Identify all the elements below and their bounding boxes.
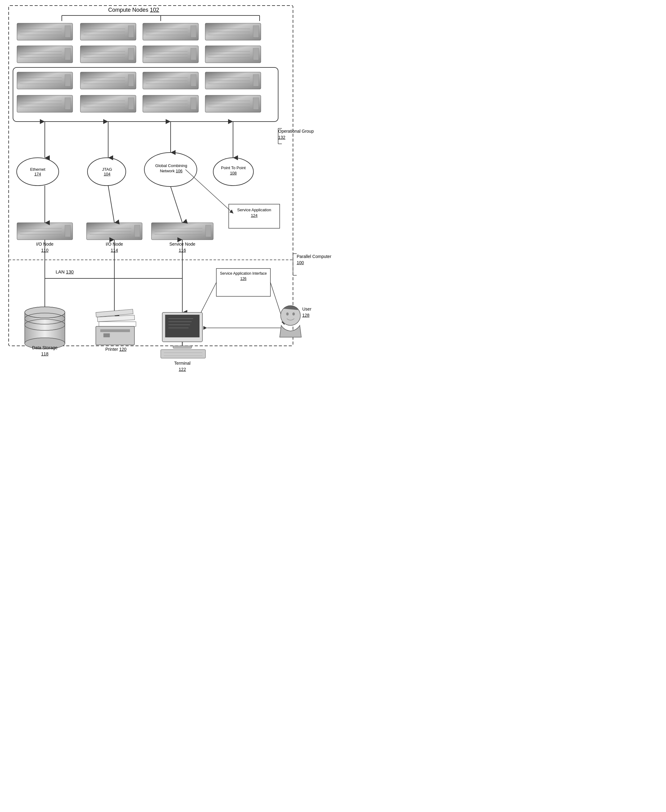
printer-label: Printer 120 [97, 346, 134, 353]
svg-rect-61 [205, 72, 261, 89]
service-node-label: Service Node116 [155, 241, 210, 253]
svg-rect-71 [80, 95, 136, 112]
svg-rect-66 [17, 95, 73, 112]
svg-rect-31 [80, 46, 136, 63]
svg-line-125 [270, 283, 284, 325]
svg-rect-17 [191, 26, 196, 37]
svg-rect-21 [205, 23, 261, 40]
svg-rect-16 [143, 23, 198, 40]
svg-rect-135 [99, 322, 136, 326]
svg-line-112 [171, 187, 182, 223]
operational-group-label: Operational Group132 [278, 128, 314, 141]
svg-point-152 [292, 313, 295, 316]
svg-rect-52 [128, 74, 134, 86]
svg-rect-0 [9, 6, 293, 346]
svg-rect-99 [87, 223, 142, 240]
svg-rect-42 [253, 48, 259, 60]
svg-point-131 [25, 319, 65, 331]
svg-point-151 [286, 313, 288, 316]
svg-rect-11 [80, 23, 136, 40]
svg-line-111 [108, 185, 114, 223]
svg-rect-72 [128, 98, 134, 109]
svg-rect-7 [65, 26, 71, 37]
svg-rect-46 [17, 72, 73, 89]
svg-rect-67 [65, 98, 71, 109]
svg-rect-94 [17, 223, 73, 240]
service-app-label: Service Application124 [232, 207, 277, 218]
svg-rect-100 [134, 225, 140, 237]
compute-nodes-label: Compute Nodes 102 [108, 7, 159, 13]
svg-rect-32 [128, 48, 134, 60]
svg-rect-105 [206, 225, 211, 237]
svg-point-150 [280, 306, 300, 326]
svg-rect-26 [17, 46, 73, 63]
user-label: User128 [302, 306, 312, 318]
svg-rect-56 [143, 72, 198, 89]
svg-rect-77 [191, 98, 196, 109]
svg-rect-82 [253, 98, 259, 109]
svg-rect-138 [104, 334, 110, 337]
svg-point-130 [25, 313, 65, 324]
svg-rect-76 [143, 95, 198, 112]
terminal-label: Terminal122 [164, 361, 201, 372]
svg-rect-95 [65, 225, 71, 237]
svg-rect-127 [25, 313, 65, 343]
svg-line-124 [198, 283, 216, 319]
ethernet-label: Ethernet174 [25, 167, 50, 176]
svg-rect-41 [205, 46, 261, 63]
svg-rect-5 [13, 68, 278, 122]
io-node-1-label: I/O Node110 [20, 241, 69, 253]
diagram-container: Compute Nodes 102 Operational Group132 E… [0, 0, 333, 406]
svg-rect-47 [65, 74, 71, 86]
io-node-2-label: I/O Node114 [90, 241, 139, 253]
parallel-computer-label: Parallel Computer100 [297, 254, 331, 266]
svg-rect-27 [65, 48, 71, 60]
svg-rect-136 [96, 326, 134, 345]
svg-line-113 [185, 170, 233, 213]
data-storage-label: Data Storage118 [25, 345, 65, 357]
svg-rect-139 [162, 313, 203, 342]
svg-rect-147 [161, 349, 206, 358]
svg-rect-6 [17, 23, 73, 40]
svg-rect-133 [96, 309, 133, 317]
svg-point-128 [25, 307, 65, 318]
svg-rect-81 [205, 95, 261, 112]
svg-rect-22 [253, 26, 259, 37]
svg-rect-137 [101, 329, 130, 332]
svg-rect-134 [97, 315, 135, 322]
svg-rect-146 [173, 346, 191, 348]
svg-rect-37 [191, 48, 196, 60]
sai-label: Service Application Interface126 [218, 271, 269, 281]
svg-rect-12 [128, 26, 134, 37]
ptp-label: Point To Point108 [219, 165, 247, 176]
svg-rect-51 [80, 72, 136, 89]
svg-point-129 [25, 307, 65, 318]
svg-rect-57 [191, 74, 196, 86]
lan-label: LAN 130 [56, 269, 74, 275]
svg-rect-140 [165, 315, 199, 337]
jtag-label: JTAG104 [97, 167, 117, 176]
svg-rect-36 [143, 46, 198, 63]
svg-rect-62 [253, 74, 259, 86]
svg-rect-104 [152, 223, 213, 240]
gcn-label: Global Combining Network 106 [150, 163, 193, 174]
